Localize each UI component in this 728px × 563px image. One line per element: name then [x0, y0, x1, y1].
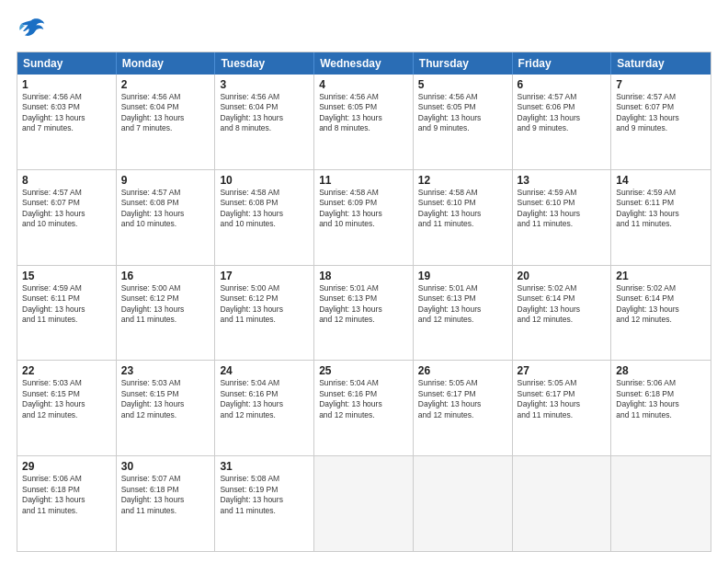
day-info: Sunrise: 5:08 AMSunset: 6:19 PMDaylight:… [220, 474, 309, 516]
day-number: 19 [418, 270, 507, 282]
day-number: 7 [616, 78, 706, 91]
day-number: 14 [616, 174, 706, 187]
empty-cell [513, 456, 612, 551]
day-number: 23 [121, 364, 210, 377]
weekday-header-monday: Monday [117, 52, 216, 75]
day-number: 11 [319, 174, 408, 187]
day-number: 2 [121, 78, 210, 91]
day-info: Sunrise: 4:59 AMSunset: 6:10 PMDaylight:… [518, 188, 607, 230]
day-info: Sunrise: 4:58 AMSunset: 6:08 PMDaylight:… [220, 188, 309, 230]
day-cell-1: 1Sunrise: 4:56 AMSunset: 6:03 PMDaylight… [17, 75, 117, 169]
calendar-row-5: 29Sunrise: 5:06 AMSunset: 6:18 PMDayligh… [17, 456, 711, 551]
day-number: 4 [319, 78, 408, 91]
day-cell-7: 7Sunrise: 4:57 AMSunset: 6:07 PMDaylight… [611, 75, 711, 169]
day-number: 13 [518, 174, 607, 187]
day-number: 15 [22, 270, 111, 282]
day-cell-18: 18Sunrise: 5:01 AMSunset: 6:13 PMDayligh… [314, 266, 414, 361]
calendar: SundayMondayTuesdayWednesdayThursdayFrid… [17, 52, 711, 552]
day-cell-15: 15Sunrise: 4:59 AMSunset: 6:11 PMDayligh… [17, 266, 117, 361]
day-info: Sunrise: 4:56 AMSunset: 6:04 PMDaylight:… [220, 92, 309, 134]
day-cell-21: 21Sunrise: 5:02 AMSunset: 6:14 PMDayligh… [611, 266, 711, 361]
day-cell-23: 23Sunrise: 5:03 AMSunset: 6:15 PMDayligh… [117, 361, 216, 455]
day-info: Sunrise: 5:07 AMSunset: 6:18 PMDaylight:… [121, 474, 210, 516]
day-info: Sunrise: 5:02 AMSunset: 6:14 PMDaylight:… [518, 283, 607, 326]
day-info: Sunrise: 4:59 AMSunset: 6:11 PMDaylight:… [22, 283, 111, 326]
day-number: 31 [220, 460, 309, 473]
calendar-header: SundayMondayTuesdayWednesdayThursdayFrid… [17, 52, 711, 75]
day-number: 25 [319, 364, 408, 377]
day-info: Sunrise: 5:00 AMSunset: 6:12 PMDaylight:… [220, 283, 309, 326]
day-info: Sunrise: 5:06 AMSunset: 6:18 PMDaylight:… [22, 474, 111, 516]
day-cell-13: 13Sunrise: 4:59 AMSunset: 6:10 PMDayligh… [513, 170, 612, 265]
day-info: Sunrise: 5:03 AMSunset: 6:15 PMDaylight:… [121, 378, 210, 420]
day-info: Sunrise: 4:58 AMSunset: 6:09 PMDaylight:… [319, 188, 408, 230]
day-number: 18 [319, 270, 408, 282]
day-cell-31: 31Sunrise: 5:08 AMSunset: 6:19 PMDayligh… [215, 456, 314, 551]
weekday-header-wednesday: Wednesday [314, 52, 414, 75]
day-info: Sunrise: 4:56 AMSunset: 6:05 PMDaylight:… [319, 92, 408, 134]
day-info: Sunrise: 4:56 AMSunset: 6:05 PMDaylight:… [418, 92, 507, 134]
day-cell-27: 27Sunrise: 5:05 AMSunset: 6:17 PMDayligh… [513, 361, 612, 455]
weekday-header-sunday: Sunday [17, 52, 117, 75]
calendar-row-2: 8Sunrise: 4:57 AMSunset: 6:07 PMDaylight… [17, 170, 711, 266]
calendar-row-4: 22Sunrise: 5:03 AMSunset: 6:15 PMDayligh… [17, 361, 711, 456]
day-cell-22: 22Sunrise: 5:03 AMSunset: 6:15 PMDayligh… [17, 361, 117, 455]
day-number: 16 [121, 270, 210, 282]
day-cell-26: 26Sunrise: 5:05 AMSunset: 6:17 PMDayligh… [414, 361, 513, 455]
day-number: 28 [616, 364, 706, 377]
day-info: Sunrise: 4:56 AMSunset: 6:03 PMDaylight:… [22, 92, 111, 134]
weekday-header-friday: Friday [513, 52, 612, 75]
calendar-body: 1Sunrise: 4:56 AMSunset: 6:03 PMDaylight… [17, 75, 711, 551]
day-number: 27 [518, 364, 607, 377]
page: SundayMondayTuesdayWednesdayThursdayFrid… [0, 0, 728, 563]
empty-cell [314, 456, 414, 551]
day-number: 21 [616, 270, 706, 282]
day-number: 5 [418, 78, 507, 91]
day-number: 9 [121, 174, 210, 187]
day-info: Sunrise: 5:04 AMSunset: 6:16 PMDaylight:… [220, 378, 309, 420]
day-number: 12 [418, 174, 507, 187]
day-number: 29 [22, 460, 111, 473]
day-number: 20 [518, 270, 607, 282]
logo [17, 17, 50, 42]
day-info: Sunrise: 4:58 AMSunset: 6:10 PMDaylight:… [418, 188, 507, 230]
day-cell-10: 10Sunrise: 4:58 AMSunset: 6:08 PMDayligh… [215, 170, 314, 265]
day-info: Sunrise: 4:57 AMSunset: 6:08 PMDaylight:… [121, 188, 210, 230]
day-number: 26 [418, 364, 507, 377]
day-cell-2: 2Sunrise: 4:56 AMSunset: 6:04 PMDaylight… [117, 75, 216, 169]
day-number: 22 [22, 364, 111, 377]
weekday-header-thursday: Thursday [414, 52, 513, 75]
weekday-header-tuesday: Tuesday [215, 52, 314, 75]
calendar-row-1: 1Sunrise: 4:56 AMSunset: 6:03 PMDaylight… [17, 75, 711, 170]
day-cell-8: 8Sunrise: 4:57 AMSunset: 6:07 PMDaylight… [17, 170, 117, 265]
day-info: Sunrise: 5:06 AMSunset: 6:18 PMDaylight:… [616, 378, 706, 420]
day-cell-19: 19Sunrise: 5:01 AMSunset: 6:13 PMDayligh… [414, 266, 513, 361]
day-info: Sunrise: 5:05 AMSunset: 6:17 PMDaylight:… [418, 378, 507, 420]
empty-cell [414, 456, 513, 551]
day-cell-12: 12Sunrise: 4:58 AMSunset: 6:10 PMDayligh… [414, 170, 513, 265]
day-number: 3 [220, 78, 309, 91]
day-cell-28: 28Sunrise: 5:06 AMSunset: 6:18 PMDayligh… [611, 361, 711, 455]
day-cell-4: 4Sunrise: 4:56 AMSunset: 6:05 PMDaylight… [314, 75, 414, 169]
day-info: Sunrise: 5:03 AMSunset: 6:15 PMDaylight:… [22, 378, 111, 420]
day-number: 17 [220, 270, 309, 282]
day-info: Sunrise: 5:04 AMSunset: 6:16 PMDaylight:… [319, 378, 408, 420]
day-cell-29: 29Sunrise: 5:06 AMSunset: 6:18 PMDayligh… [17, 456, 117, 551]
day-info: Sunrise: 4:57 AMSunset: 6:07 PMDaylight:… [616, 92, 706, 134]
day-info: Sunrise: 5:05 AMSunset: 6:17 PMDaylight:… [518, 378, 607, 420]
day-cell-20: 20Sunrise: 5:02 AMSunset: 6:14 PMDayligh… [513, 266, 612, 361]
day-cell-17: 17Sunrise: 5:00 AMSunset: 6:12 PMDayligh… [215, 266, 314, 361]
day-number: 6 [518, 78, 607, 91]
header [17, 17, 711, 42]
calendar-row-3: 15Sunrise: 4:59 AMSunset: 6:11 PMDayligh… [17, 266, 711, 362]
day-cell-16: 16Sunrise: 5:00 AMSunset: 6:12 PMDayligh… [117, 266, 216, 361]
day-info: Sunrise: 4:56 AMSunset: 6:04 PMDaylight:… [121, 92, 210, 134]
day-info: Sunrise: 4:57 AMSunset: 6:06 PMDaylight:… [518, 92, 607, 134]
day-info: Sunrise: 5:00 AMSunset: 6:12 PMDaylight:… [121, 283, 210, 326]
day-cell-14: 14Sunrise: 4:59 AMSunset: 6:11 PMDayligh… [611, 170, 711, 265]
day-cell-25: 25Sunrise: 5:04 AMSunset: 6:16 PMDayligh… [314, 361, 414, 455]
day-cell-5: 5Sunrise: 4:56 AMSunset: 6:05 PMDaylight… [414, 75, 513, 169]
day-number: 10 [220, 174, 309, 187]
empty-cell [611, 456, 711, 551]
day-info: Sunrise: 4:57 AMSunset: 6:07 PMDaylight:… [22, 188, 111, 230]
